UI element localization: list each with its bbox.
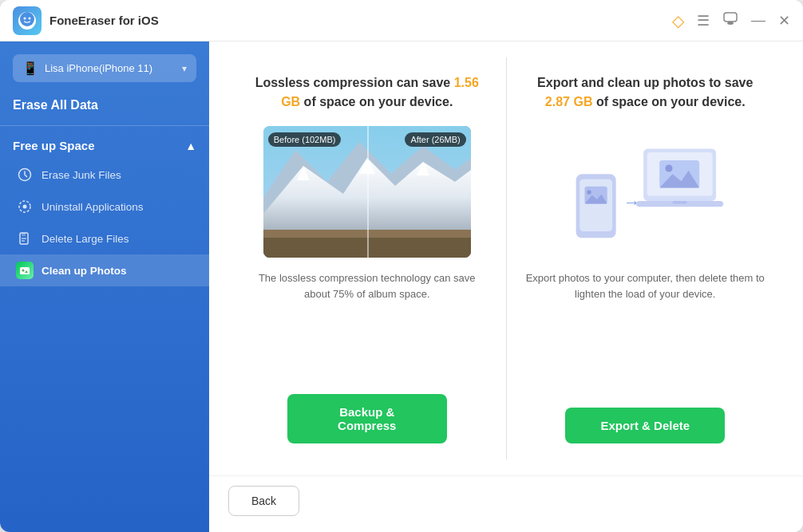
free-up-space-title: Free up Space — [13, 139, 95, 152]
content-area: 📱 Lisa iPhone(iPhone 11) ▾ Erase All Dat… — [0, 41, 803, 532]
titlebar: FoneEraser for iOS ◇ ☰ — ✕ — [0, 0, 803, 41]
comparison-divider — [367, 126, 369, 258]
menu-icon[interactable]: ☰ — [697, 12, 710, 30]
bottom-bar: Back — [209, 475, 803, 532]
chat-icon[interactable] — [722, 10, 738, 30]
file-icon — [16, 230, 34, 247]
compress-description: The lossless compression technology can … — [247, 270, 487, 375]
erase-all-title[interactable]: Erase All Data — [13, 98, 98, 112]
free-up-space-header[interactable]: Free up Space ▲ — [0, 132, 209, 159]
svg-point-2 — [29, 18, 31, 20]
refresh-icon — [16, 198, 34, 215]
svg-point-0 — [20, 12, 34, 26]
device-selector[interactable]: 📱 Lisa iPhone(iPhone 11) ▾ — [13, 54, 196, 82]
device-icon: 📱 — [22, 61, 38, 76]
svg-point-30 — [666, 164, 673, 171]
svg-point-6 — [23, 205, 27, 209]
after-badge: After (26MB) — [405, 132, 465, 147]
window-controls: ◇ ☰ — ✕ — [672, 10, 790, 30]
svg-rect-33 — [673, 200, 687, 203]
sidebar-item-erase-junk[interactable]: Erase Junk Files — [0, 159, 209, 191]
logo-face — [19, 11, 35, 30]
compress-headline: Lossless compression can save 1.56 GB of… — [247, 73, 487, 112]
export-illustration: → — [565, 126, 725, 258]
export-description: Export photos to your computer, then del… — [526, 270, 765, 388]
main-body: Lossless compression can save 1.56 GB of… — [209, 41, 803, 475]
sidebar-item-uninstall[interactable]: Uninstall Applications — [0, 191, 209, 223]
compress-card: Lossless compression can save 1.56 GB of… — [228, 57, 506, 459]
backup-compress-button[interactable]: Backup & Compress — [287, 394, 447, 443]
clock-icon — [16, 166, 34, 183]
export-delete-button[interactable]: Export & Delete — [565, 408, 725, 443]
svg-point-1 — [24, 18, 26, 20]
erase-all-section: Erase All Data — [0, 98, 209, 126]
photos-icon — [16, 262, 34, 279]
svg-point-12 — [22, 270, 25, 272]
close-icon[interactable]: ✕ — [778, 12, 790, 30]
app-window: FoneEraser for iOS ◇ ☰ — ✕ 📱 Lisa iPhone… — [0, 0, 803, 532]
logo-inner — [18, 12, 36, 30]
comparison-image: Before (102MB) After (26MB) — [263, 126, 471, 258]
device-name: Lisa iPhone(iPhone 11) — [45, 62, 182, 74]
clean-photos-label: Clean up Photos — [42, 265, 127, 277]
diamond-icon[interactable]: ◇ — [672, 11, 684, 30]
sidebar-item-clean-photos[interactable]: Clean up Photos — [0, 254, 209, 286]
export-headline: Export and clean up photos to save 2.87 … — [526, 73, 765, 112]
delete-large-label: Delete Large Files — [42, 233, 129, 245]
app-title: FoneEraser for iOS — [49, 14, 672, 27]
app-logo — [13, 6, 42, 35]
export-card: Export and clean up photos to save 2.87 … — [506, 57, 785, 459]
main-panel: Lossless compression can save 1.56 GB of… — [209, 41, 803, 532]
sidebar-item-delete-large[interactable]: Delete Large Files — [0, 223, 209, 254]
svg-rect-11 — [20, 267, 30, 274]
uninstall-label: Uninstall Applications — [42, 201, 144, 213]
before-badge: Before (102MB) — [268, 132, 342, 147]
erase-junk-label: Erase Junk Files — [42, 169, 121, 181]
section-chevron-up-icon: ▲ — [185, 140, 196, 152]
minimize-icon[interactable]: — — [751, 12, 765, 29]
svg-rect-3 — [724, 13, 737, 22]
chevron-down-icon: ▾ — [182, 63, 187, 74]
svg-rect-8 — [22, 233, 26, 236]
svg-point-24 — [587, 190, 591, 194]
free-up-space-section: Free up Space ▲ Erase Junk Files — [0, 132, 209, 293]
back-button[interactable]: Back — [228, 486, 299, 516]
sidebar: 📱 Lisa iPhone(iPhone 11) ▾ Erase All Dat… — [0, 41, 209, 532]
